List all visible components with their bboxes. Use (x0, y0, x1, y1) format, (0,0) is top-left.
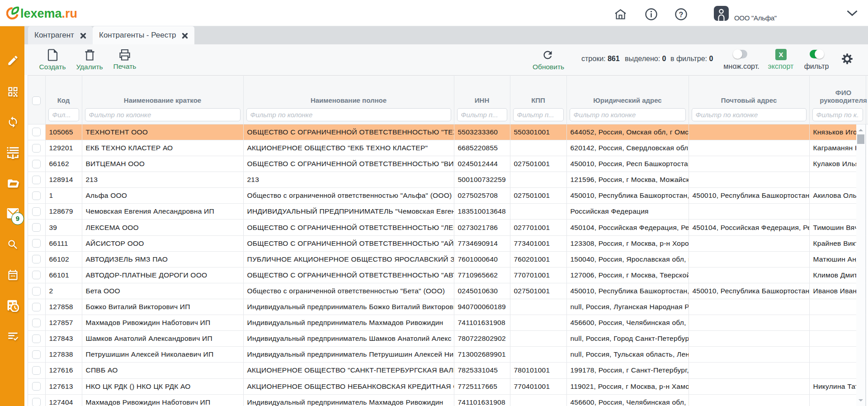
svg-text:.ru: .ru (62, 7, 78, 20)
svg-text:?: ? (679, 11, 684, 19)
svg-text:lexema: lexema (20, 7, 62, 20)
